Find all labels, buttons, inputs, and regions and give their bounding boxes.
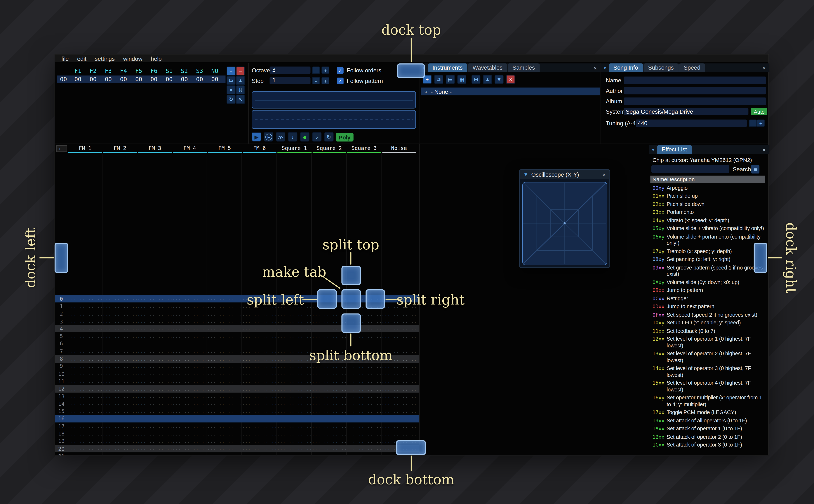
pattern-cell[interactable]: ... .. .. ... bbox=[381, 379, 417, 384]
pattern-cell[interactable]: ... .. .. ... bbox=[68, 454, 102, 455]
pattern-cell[interactable]: ... .. .. ... bbox=[347, 439, 381, 444]
channel-header-fm-6[interactable]: FM 6 bbox=[242, 145, 277, 153]
tuning-input[interactable]: 440 bbox=[636, 120, 747, 127]
order-cell[interactable]: 00 bbox=[131, 76, 146, 83]
pattern-cell[interactable]: ... .. .. ... bbox=[207, 454, 242, 455]
pattern-cell[interactable]: ... .. .. ... bbox=[207, 311, 242, 316]
pattern-cell[interactable]: ... .. .. ... bbox=[277, 446, 312, 451]
pattern-cell[interactable]: ... .. .. ... bbox=[242, 394, 277, 399]
collapse-icon[interactable]: ▼ bbox=[524, 172, 528, 177]
play-button[interactable]: ▶ bbox=[252, 132, 261, 141]
pattern-cell[interactable]: ... .. .. ... bbox=[137, 431, 172, 436]
instruments-tab-instruments[interactable]: Instruments bbox=[428, 63, 467, 72]
oscilloscope-titlebar[interactable]: ▼ Oscilloscope (X-Y) × bbox=[520, 170, 610, 179]
pattern-cell[interactable]: ... .. .. ... bbox=[102, 311, 137, 316]
pattern-cell[interactable]: ... .. .. ... bbox=[68, 304, 102, 309]
pattern-cell[interactable]: ... .. .. ... bbox=[242, 431, 277, 436]
repeat-pattern-button[interactable]: ↻ bbox=[324, 132, 333, 141]
pattern-cell[interactable]: ... .. .. ... bbox=[207, 356, 242, 361]
pattern-cell[interactable]: ... .. .. ... bbox=[381, 386, 417, 391]
pattern-cell[interactable]: ... .. .. ... bbox=[137, 319, 172, 324]
pattern-cell[interactable]: ... .. .. ... bbox=[172, 356, 207, 361]
pattern-cell[interactable]: ... .. .. ... bbox=[381, 431, 417, 436]
open-instrument-button[interactable]: ▤ bbox=[446, 75, 455, 84]
pattern-cell[interactable]: ... .. .. ... bbox=[172, 319, 207, 324]
pattern-cell[interactable]: ... .. .. ... bbox=[68, 371, 102, 376]
pattern-cell[interactable]: ... .. .. ... bbox=[312, 416, 347, 421]
pattern-cell[interactable]: ... .. .. ... bbox=[347, 334, 381, 339]
pattern-cell[interactable]: ... .. .. ... bbox=[207, 371, 242, 376]
menu-item-window[interactable]: window bbox=[119, 54, 146, 63]
duplicate-order-end-button[interactable]: ⇊ bbox=[236, 85, 245, 94]
pattern-cell[interactable]: ... .. .. ... bbox=[137, 424, 172, 429]
pattern-cell[interactable]: ... .. .. ... bbox=[207, 341, 242, 346]
pattern-cell[interactable]: ... .. .. ... bbox=[312, 446, 347, 451]
pattern-row[interactable]: 0... .. .. ...... .. .. ...... .. .. ...… bbox=[55, 295, 419, 303]
pattern-cell[interactable]: ... .. .. ... bbox=[102, 386, 137, 391]
pattern-cell[interactable]: ... .. .. ... bbox=[312, 379, 347, 384]
pattern-cell[interactable]: ... .. .. ... bbox=[242, 401, 277, 406]
pattern-cell[interactable]: ... .. .. ... bbox=[137, 311, 172, 316]
pattern-row[interactable]: 6... .. .. ...... .. .. ...... .. .. ...… bbox=[55, 340, 419, 348]
pattern-cell[interactable]: ... .. .. ... bbox=[242, 454, 277, 455]
pattern-cell[interactable]: ... .. .. ... bbox=[207, 326, 242, 331]
order-change-mode-button[interactable]: ↻ bbox=[226, 95, 235, 104]
orders-selected-row[interactable]: 0000000000000000000000 bbox=[57, 76, 225, 83]
channel-header-fm-5[interactable]: FM 5 bbox=[207, 145, 242, 153]
pattern-cell[interactable]: ... .. .. ... bbox=[207, 364, 242, 369]
pattern-cell[interactable]: ... .. .. ... bbox=[172, 409, 207, 414]
pattern-cell[interactable]: ... .. .. ... bbox=[102, 341, 137, 346]
pattern-row[interactable]: 9... .. .. ...... .. .. ...... .. .. ...… bbox=[55, 363, 419, 370]
pattern-cell[interactable]: ... .. .. ... bbox=[242, 379, 277, 384]
effect-list-close-icon[interactable]: × bbox=[759, 146, 769, 153]
play-pattern-button[interactable]: ▶ bbox=[264, 132, 273, 141]
album-input[interactable] bbox=[624, 97, 766, 105]
pattern-row[interactable]: 4... .. .. ...... .. .. ...... .. .. ...… bbox=[55, 325, 419, 333]
pattern-row[interactable]: 5... .. .. ...... .. .. ...... .. .. ...… bbox=[55, 333, 419, 340]
save-instrument-button[interactable]: ▦ bbox=[457, 75, 466, 84]
pattern-cell[interactable]: ... .. .. ... bbox=[207, 334, 242, 339]
pattern-row[interactable]: 20... .. .. ...... .. .. ...... .. .. ..… bbox=[55, 445, 419, 453]
pattern-cell[interactable]: ... .. .. ... bbox=[312, 364, 347, 369]
pattern-row[interactable]: 13... .. .. ...... .. .. ...... .. .. ..… bbox=[55, 393, 419, 400]
channel-header-square-2[interactable]: Square 2 bbox=[312, 145, 347, 153]
pattern-cell[interactable]: ... .. .. ... bbox=[347, 409, 381, 414]
pattern-cell[interactable]: ... .. .. ... bbox=[242, 446, 277, 451]
pattern-cell[interactable]: ... .. .. ... bbox=[172, 446, 207, 451]
pattern-cell[interactable]: ... .. .. ... bbox=[137, 356, 172, 361]
move-instrument-down-button[interactable]: ▼ bbox=[495, 75, 504, 84]
pattern-row[interactable]: 21... .. .. ...... .. .. ...... .. .. ..… bbox=[55, 452, 419, 455]
song-info-tab-song-info[interactable]: Song Info bbox=[609, 63, 643, 72]
pattern-cell[interactable]: ... .. .. ... bbox=[68, 334, 102, 339]
instrument-folders-button[interactable]: ⊞ bbox=[472, 75, 480, 84]
pattern-cell[interactable]: ... .. .. ... bbox=[172, 349, 207, 354]
pattern-row[interactable]: 12... .. .. ...... .. .. ...... .. .. ..… bbox=[55, 385, 419, 393]
pattern-cell[interactable]: ... .. .. ... bbox=[347, 431, 381, 436]
duplicate-order-button[interactable]: ⧉ bbox=[226, 76, 235, 85]
pattern-cell[interactable]: ... .. .. ... bbox=[137, 364, 172, 369]
pattern-cell[interactable]: ... .. .. ... bbox=[68, 416, 102, 421]
pattern-cell[interactable]: ... .. .. ... bbox=[312, 454, 347, 455]
remove-order-button[interactable]: − bbox=[236, 67, 245, 75]
pattern-cell[interactable]: ... .. .. ... bbox=[207, 424, 242, 429]
pattern-cell[interactable]: ... .. .. ... bbox=[312, 431, 347, 436]
pattern-cell[interactable]: ... .. .. ... bbox=[277, 431, 312, 436]
pattern-cell[interactable]: ... .. .. ... bbox=[207, 394, 242, 399]
pattern-row[interactable]: 14... .. .. ...... .. .. ...... .. .. ..… bbox=[55, 400, 419, 408]
pattern-cell[interactable]: ... .. .. ... bbox=[277, 379, 312, 384]
pattern-cell[interactable]: ... .. .. ... bbox=[172, 416, 207, 421]
pattern-cell[interactable]: ... .. .. ... bbox=[381, 311, 417, 316]
pattern-cell[interactable]: ... .. .. ... bbox=[277, 326, 312, 331]
pattern-cell[interactable]: ... .. .. ... bbox=[102, 326, 137, 331]
pattern-cell[interactable]: ... .. .. ... bbox=[102, 296, 137, 301]
pattern-cell[interactable]: ... .. .. ... bbox=[68, 364, 102, 369]
effect-search-input[interactable] bbox=[651, 165, 729, 173]
pattern-cell[interactable]: ... .. .. ... bbox=[277, 349, 312, 354]
pattern-cell[interactable]: ... .. .. ... bbox=[137, 416, 172, 421]
pattern-cell[interactable]: ... .. .. ... bbox=[68, 341, 102, 346]
menu-item-edit[interactable]: edit bbox=[73, 54, 91, 63]
pattern-cell[interactable]: ... .. .. ... bbox=[277, 394, 312, 399]
pattern-cell[interactable]: ... .. .. ... bbox=[137, 401, 172, 406]
pattern-cell[interactable]: ... .. .. ... bbox=[207, 379, 242, 384]
pattern-row[interactable]: 15... .. .. ...... .. .. ...... .. .. ..… bbox=[55, 407, 419, 415]
